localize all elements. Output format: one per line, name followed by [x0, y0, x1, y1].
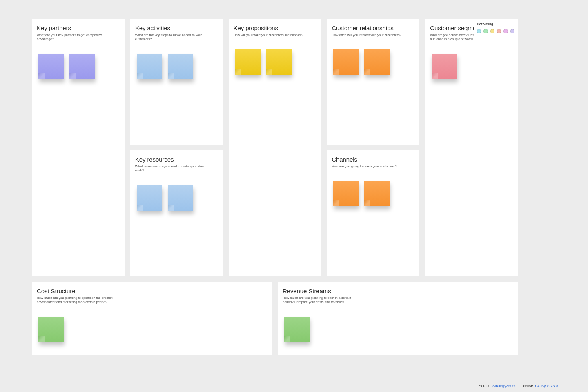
section-sub: What are your key partners to get compet… — [37, 33, 114, 42]
attribution-license-link[interactable]: CC By-SA 3.0 — [535, 384, 558, 388]
attribution: Source: Strategyzer AG | License: CC By-… — [479, 384, 558, 388]
section-key-propositions[interactable]: Key propositions How will you make your … — [229, 19, 321, 276]
sticky-note[interactable] — [168, 54, 193, 79]
dot-voting-dots — [477, 29, 514, 33]
attribution-source-label: Source: — [479, 384, 493, 388]
vote-dot-cyan[interactable] — [477, 29, 481, 33]
section-revenue-streams[interactable]: Revenue Streams How much are you plannin… — [278, 282, 518, 355]
vote-dot-yellow[interactable] — [490, 29, 494, 33]
section-key-resources[interactable]: Key resources What resources do you need… — [130, 150, 223, 276]
vote-dot-red[interactable] — [497, 29, 501, 33]
section-cost-structure[interactable]: Cost Structure How much are you planning… — [32, 282, 272, 355]
sticky-note[interactable] — [333, 49, 359, 75]
sticky-note[interactable] — [235, 49, 261, 75]
sticky-note[interactable] — [364, 181, 390, 206]
section-title: Customer relationships — [332, 24, 414, 31]
section-sub: How much are you planning to earn in a c… — [283, 296, 360, 305]
business-model-canvas: Dot Voting Key partners What are your ke… — [32, 19, 518, 355]
section-customer-relationships[interactable]: Customer relationships How often will yo… — [327, 19, 419, 145]
dot-voting-label: Dot Voting — [477, 22, 514, 26]
attribution-separator: | License: — [517, 384, 535, 388]
section-title: Key resources — [135, 156, 218, 163]
sticky-note[interactable] — [364, 49, 390, 75]
sticky-note[interactable] — [38, 317, 64, 342]
section-sub: What are the key steps to move ahead to … — [135, 33, 213, 42]
sticky-note[interactable] — [137, 54, 162, 79]
section-sub: What resources do you need to make your … — [135, 165, 213, 173]
section-title: Key propositions — [234, 24, 316, 31]
section-sub: How are you going to reach your customer… — [332, 165, 409, 169]
dot-voting-panel: Dot Voting — [474, 19, 518, 38]
section-sub: How much are you planning to spend on th… — [37, 296, 114, 305]
section-key-partners[interactable]: Key partners What are your key partners … — [32, 19, 125, 276]
vote-dot-green[interactable] — [483, 29, 488, 33]
sticky-note[interactable] — [69, 54, 95, 79]
section-sub: How will you make your customers' life h… — [234, 33, 311, 37]
section-title: Channels — [332, 156, 414, 163]
section-customer-segments[interactable]: Customer segments Who are your customers… — [425, 19, 518, 276]
section-title: Cost Structure — [37, 287, 267, 294]
sticky-note[interactable] — [137, 185, 162, 211]
sticky-note[interactable] — [266, 49, 292, 75]
section-sub: How often will you interact with your cu… — [332, 33, 409, 37]
section-title: Key activities — [135, 24, 218, 31]
section-title: Revenue Streams — [283, 287, 513, 294]
section-key-activities[interactable]: Key activities What are the key steps to… — [130, 19, 223, 145]
section-channels[interactable]: Channels How are you going to reach your… — [327, 150, 419, 276]
section-title: Key partners — [37, 24, 120, 31]
sticky-note[interactable] — [284, 317, 310, 342]
sticky-note[interactable] — [38, 54, 64, 79]
vote-dot-pink[interactable] — [503, 29, 508, 33]
vote-dot-purple[interactable] — [510, 29, 514, 33]
sticky-note[interactable] — [333, 181, 359, 206]
attribution-source-link[interactable]: Strategyzer AG — [492, 384, 517, 388]
sticky-note[interactable] — [432, 54, 457, 79]
sticky-note[interactable] — [168, 185, 193, 211]
